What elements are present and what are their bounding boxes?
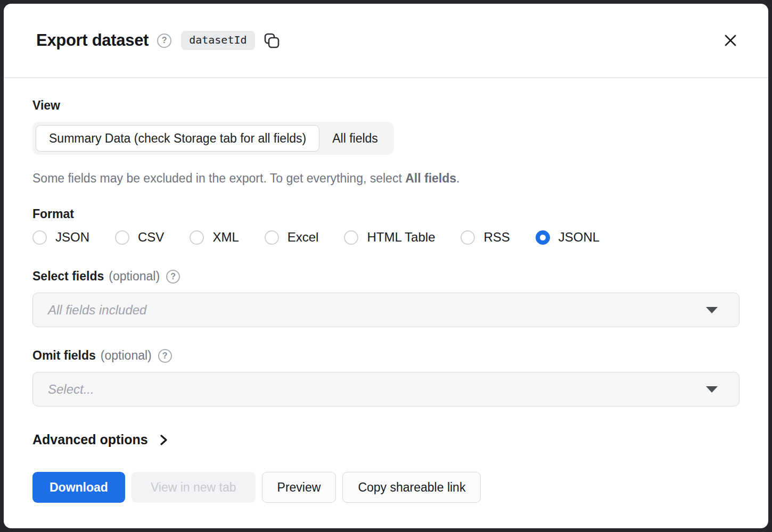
- omit-fields-dropdown[interactable]: Select...: [32, 372, 740, 406]
- title-help-icon[interactable]: ?: [157, 34, 171, 48]
- view-note-suffix: .: [456, 171, 459, 185]
- chevron-right-icon: [157, 433, 170, 447]
- select-fields-help-icon[interactable]: ?: [166, 270, 180, 284]
- radio-circle-icon: [115, 230, 129, 245]
- modal-title: Export dataset: [36, 31, 149, 50]
- copy-shareable-link-button[interactable]: Copy shareable link: [342, 472, 481, 503]
- radio-html-table[interactable]: HTML Table: [344, 230, 435, 245]
- radio-circle-icon: [344, 230, 358, 245]
- omit-fields-placeholder: Select...: [48, 382, 706, 397]
- omit-fields-label: Omit fields: [32, 348, 96, 363]
- radio-label: JSON: [55, 230, 89, 245]
- advanced-options-toggle[interactable]: Advanced options: [32, 432, 170, 447]
- export-dataset-modal: Export dataset ? datasetId View Summary: [4, 4, 768, 528]
- segment-summary-data[interactable]: Summary Data (check Storage tab for all …: [36, 125, 319, 152]
- radio-label: Excel: [288, 230, 319, 245]
- select-fields-label: Select fields: [32, 269, 104, 284]
- radio-circle-icon: [265, 230, 279, 245]
- radio-jsonl[interactable]: JSONL: [536, 230, 599, 245]
- actions-row: Download View in new tab Preview Copy sh…: [32, 472, 740, 503]
- omit-fields-heading: Omit fields (optional) ?: [32, 348, 740, 363]
- select-fields-placeholder: All fields included: [48, 303, 706, 318]
- modal-body: View Summary Data (check Storage tab for…: [4, 78, 768, 528]
- radio-excel[interactable]: Excel: [265, 230, 319, 245]
- view-segmented-control: Summary Data (check Storage tab for all …: [32, 122, 394, 155]
- radio-circle-icon: [461, 230, 475, 245]
- segment-all-fields[interactable]: All fields: [319, 125, 391, 152]
- radio-circle-icon: [536, 230, 550, 245]
- select-fields-dropdown[interactable]: All fields included: [32, 293, 740, 327]
- chevron-down-icon: [706, 307, 718, 313]
- select-fields-heading: Select fields (optional) ?: [32, 269, 740, 284]
- view-note-bold: All fields: [405, 171, 456, 185]
- preview-button[interactable]: Preview: [262, 472, 336, 503]
- radio-label: XML: [212, 230, 239, 245]
- close-button[interactable]: [720, 30, 741, 51]
- view-in-new-tab-button[interactable]: View in new tab: [132, 472, 256, 503]
- radio-label: CSV: [138, 230, 164, 245]
- radio-label: RSS: [483, 230, 510, 245]
- radio-label: HTML Table: [367, 230, 435, 245]
- radio-csv[interactable]: CSV: [115, 230, 164, 245]
- view-label: View: [32, 98, 740, 113]
- select-fields-optional: (optional): [109, 269, 160, 284]
- chevron-down-icon: [706, 386, 718, 393]
- radio-circle-icon: [190, 230, 204, 245]
- download-button[interactable]: Download: [32, 472, 125, 503]
- modal-header: Export dataset ? datasetId: [4, 4, 768, 78]
- format-radio-group: JSON CSV XML Excel HTML Table RSS: [32, 230, 740, 245]
- omit-fields-optional: (optional): [101, 348, 152, 363]
- view-note-text: Some fields may be excluded in the expor…: [32, 171, 405, 185]
- omit-fields-help-icon[interactable]: ?: [158, 349, 172, 363]
- view-note: Some fields may be excluded in the expor…: [32, 171, 740, 186]
- copy-dataset-id-button[interactable]: [262, 31, 282, 51]
- dataset-id-badge: datasetId: [181, 31, 254, 50]
- radio-circle-icon: [32, 230, 47, 245]
- format-label: Format: [32, 207, 740, 221]
- radio-xml[interactable]: XML: [190, 230, 239, 245]
- radio-json[interactable]: JSON: [32, 230, 89, 245]
- radio-rss[interactable]: RSS: [461, 230, 510, 245]
- copy-icon: [263, 32, 281, 49]
- radio-label: JSONL: [559, 230, 599, 245]
- close-icon: [722, 32, 738, 48]
- advanced-options-label: Advanced options: [32, 432, 148, 447]
